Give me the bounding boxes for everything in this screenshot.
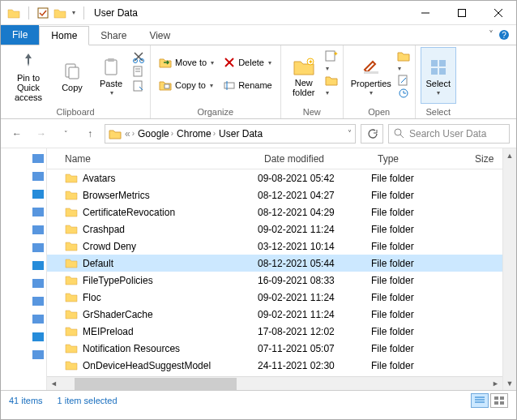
address-dropdown-icon[interactable]: ˅ (348, 129, 352, 138)
file-list[interactable]: Avatars09-08-2021 05:42File folderBrowse… (47, 169, 502, 376)
tab-home[interactable]: Home (39, 26, 89, 45)
navpane-item[interactable] (32, 330, 45, 343)
navpane-item[interactable] (32, 187, 45, 200)
breadcrumb-chrome[interactable]: Chrome› (177, 128, 216, 139)
copy-path-icon[interactable] (132, 65, 145, 78)
table-row[interactable]: Crowd Deny03-12-2021 10:14File folder (47, 238, 502, 255)
table-row[interactable]: Floc09-02-2021 11:24File folder (47, 289, 502, 306)
folder-icon (65, 241, 78, 251)
paste-shortcut-icon[interactable] (132, 79, 145, 92)
file-name: CertificateRevocation (83, 207, 175, 218)
col-type[interactable]: Type (371, 153, 468, 165)
new-folder-button[interactable]: ✦ New folder (286, 47, 322, 104)
nav-row: ← → ˅ ↑ «› Google› Chrome› User Data ˅ (1, 119, 516, 148)
svg-rect-38 (32, 208, 44, 216)
edit-icon[interactable] (397, 75, 410, 86)
navpane-item[interactable] (32, 241, 45, 254)
svg-rect-41 (32, 261, 44, 270)
breadcrumb-google[interactable]: Google› (138, 128, 173, 139)
large-icons-view-button[interactable] (490, 393, 508, 408)
table-row[interactable]: GrShaderCache09-02-2021 11:24File folder (47, 306, 502, 323)
table-row[interactable]: OnDeviceHeadSuggestModel24-11-2021 02:30… (47, 357, 502, 374)
col-name[interactable]: Name (47, 153, 258, 165)
file-date: 09-02-2021 11:24 (258, 224, 371, 235)
search-box[interactable] (388, 124, 510, 144)
pin-to-quick-access-button[interactable]: Pin to Quick access (6, 47, 51, 104)
paste-button[interactable]: Paste▾ (93, 47, 129, 104)
navpane-item[interactable] (32, 294, 45, 307)
svg-rect-36 (32, 172, 44, 181)
refresh-button[interactable] (361, 124, 383, 144)
table-row[interactable]: Crashpad09-02-2021 11:24File folder (47, 221, 502, 238)
file-menu[interactable]: File (1, 25, 39, 45)
svg-rect-43 (32, 297, 44, 306)
svg-rect-27 (399, 75, 407, 85)
navpane-item[interactable] (32, 276, 45, 289)
navpane-item[interactable] (32, 259, 45, 272)
folder-icon (65, 343, 78, 354)
file-date: 24-11-2021 02:30 (258, 360, 371, 371)
folder-icon (7, 6, 20, 19)
checkbox-icon[interactable] (37, 7, 49, 19)
move-to-button[interactable]: Move to▾ (156, 55, 217, 70)
vertical-scrollbar[interactable]: ▲ ▼ (502, 148, 516, 390)
table-row[interactable]: Default08-12-2021 05:44File folder (47, 255, 502, 272)
svg-line-34 (400, 135, 404, 138)
svg-text:✦: ✦ (333, 50, 338, 58)
new-item-icon[interactable]: ✦▾ (325, 50, 338, 73)
copy-to-button[interactable]: Copy to▾ (156, 78, 217, 92)
ribbon: Pin to Quick access Copy Paste▾ Clipboar… (1, 45, 516, 119)
copy-button[interactable]: Copy (54, 47, 90, 104)
qat-dropdown-icon[interactable]: ▾ (72, 9, 75, 16)
forward-button[interactable]: → (32, 124, 51, 144)
select-button[interactable]: Select▾ (421, 47, 456, 104)
easy-access-icon[interactable]: ▾ (325, 75, 338, 97)
qat-folder-icon[interactable] (53, 6, 66, 19)
table-row[interactable]: FileTypePolicies16-09-2021 08:33File fol… (47, 272, 502, 289)
rename-button[interactable]: Rename (220, 78, 276, 92)
navpane-item[interactable] (32, 205, 45, 218)
col-date[interactable]: Date modified (258, 153, 371, 165)
file-type: File folder (371, 173, 468, 184)
close-button[interactable] (480, 1, 516, 24)
recent-dropdown[interactable]: ˅ (56, 124, 75, 144)
cut-icon[interactable] (132, 50, 145, 63)
navpane-item[interactable] (32, 152, 45, 165)
file-type: File folder (371, 360, 468, 371)
navpane-item[interactable] (32, 312, 45, 325)
table-row[interactable]: CertificateRevocation08-12-2021 04:29Fil… (47, 204, 502, 221)
back-button[interactable]: ← (7, 124, 27, 144)
tab-view[interactable]: View (138, 25, 182, 45)
table-row[interactable]: Notification Resources07-11-2021 05:07Fi… (47, 340, 502, 357)
maximize-button[interactable] (443, 1, 480, 24)
table-row[interactable]: Avatars09-08-2021 05:42File folder (47, 169, 502, 186)
navpane-item[interactable] (32, 169, 45, 182)
svg-rect-31 (431, 68, 438, 75)
tab-share[interactable]: Share (89, 25, 138, 45)
file-name: Crowd Deny (83, 241, 136, 252)
file-date: 07-11-2021 05:07 (258, 343, 371, 354)
open-icon[interactable]: ▾ (397, 50, 410, 73)
breadcrumb-userdata[interactable]: User Data (219, 128, 263, 139)
col-size[interactable]: Size (468, 153, 502, 165)
navpane-item[interactable] (32, 223, 45, 236)
help-icon[interactable]: ? (498, 29, 510, 41)
horizontal-scrollbar[interactable]: ◄ ► (47, 376, 502, 390)
file-type: File folder (371, 224, 468, 235)
svg-rect-10 (108, 58, 114, 62)
navpane-item[interactable] (32, 348, 45, 361)
expand-ribbon-icon[interactable]: ˅ (489, 29, 494, 41)
history-icon[interactable] (397, 88, 410, 99)
delete-button[interactable]: Delete▾ (220, 55, 276, 70)
address-bar[interactable]: «› Google› Chrome› User Data ˅ (105, 124, 356, 144)
details-view-button[interactable] (471, 393, 489, 408)
table-row[interactable]: BrowserMetrics08-12-2021 04:27File folde… (47, 186, 502, 204)
up-button[interactable]: ↑ (80, 124, 100, 144)
minimize-button[interactable] (407, 1, 443, 24)
navigation-pane[interactable] (1, 148, 47, 390)
folder-icon (65, 258, 78, 268)
svg-rect-40 (32, 243, 44, 252)
properties-button[interactable]: Properties▾ (348, 47, 394, 104)
table-row[interactable]: MEIPreload17-08-2021 12:02File folder (47, 323, 502, 340)
search-input[interactable] (409, 128, 504, 139)
